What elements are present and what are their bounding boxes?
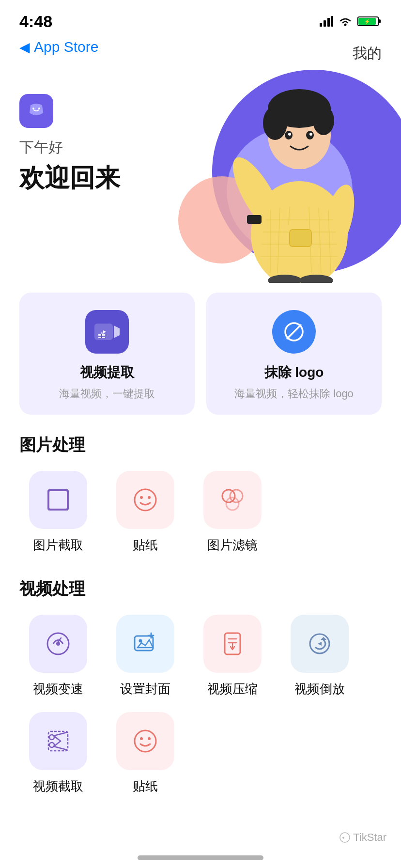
svg-rect-32 bbox=[247, 215, 262, 224]
grid-item-set-cover[interactable]: 设置封面 bbox=[107, 615, 184, 698]
set-cover-icon bbox=[116, 615, 174, 673]
battery-icon: ⚡ bbox=[357, 16, 382, 27]
svg-rect-6 bbox=[379, 19, 381, 23]
feature-card-video-extract[interactable]: 视频提取 海量视频，一键提取 bbox=[19, 293, 195, 415]
video-reverse-label: 视频倒放 bbox=[294, 681, 345, 698]
video-sticker-icon bbox=[116, 712, 174, 770]
svg-point-80 bbox=[140, 737, 143, 740]
image-crop-icon bbox=[29, 471, 87, 529]
video-speed-icon bbox=[29, 615, 87, 673]
wifi-icon bbox=[338, 16, 353, 27]
set-cover-label: 设置封面 bbox=[120, 681, 170, 698]
signal-icon bbox=[320, 16, 333, 27]
grid-item-image-crop[interactable]: 图片截取 bbox=[19, 471, 97, 554]
feature-cards: 视频提取 海量视频，一键提取 抹除 logo 海量视频，轻松抹除 logo bbox=[0, 293, 401, 434]
svg-point-81 bbox=[148, 737, 151, 740]
home-indicator bbox=[138, 855, 263, 860]
video-reverse-icon bbox=[291, 615, 349, 673]
grid-item-video-reverse[interactable]: 视频倒放 bbox=[281, 615, 358, 698]
feature-card-remove-logo[interactable]: 抹除 logo 海量视频，轻松抹除 logo bbox=[206, 293, 382, 415]
svg-marker-38 bbox=[114, 326, 120, 338]
feature-card-remove-logo-subtitle: 海量视频，轻松抹除 logo bbox=[234, 387, 354, 401]
video-sticker-label: 贴纸 bbox=[133, 778, 158, 795]
image-grid-row: 图片截取 贴纸 图片滤镜 bbox=[19, 471, 382, 554]
greeting-sub: 下午好 bbox=[19, 138, 382, 157]
status-bar: 4:48 ⚡ bbox=[0, 0, 401, 39]
tikstar-logo-icon: ✦ bbox=[339, 832, 350, 843]
back-nav[interactable]: ◀ App Store bbox=[0, 39, 401, 65]
sticker-icon bbox=[116, 471, 174, 529]
image-crop-label: 图片截取 bbox=[33, 537, 83, 554]
svg-rect-0 bbox=[320, 23, 322, 27]
grid-item-image-filter[interactable]: 图片滤镜 bbox=[194, 471, 271, 554]
hero-text: 下午好 欢迎回来 bbox=[19, 65, 382, 195]
feature-card-video-extract-subtitle: 海量视频，一键提取 bbox=[59, 387, 155, 401]
image-section-title: 图片处理 bbox=[0, 434, 401, 471]
remove-logo-icon bbox=[272, 310, 316, 354]
svg-point-52 bbox=[135, 489, 156, 511]
back-label[interactable]: App Store bbox=[34, 39, 98, 55]
video-extract-icon bbox=[85, 310, 129, 354]
feature-card-remove-logo-title: 抹除 logo bbox=[264, 363, 324, 382]
svg-rect-43 bbox=[48, 490, 68, 510]
svg-rect-1 bbox=[324, 20, 326, 27]
grid-item-video-crop[interactable]: 视频截取 bbox=[19, 712, 97, 795]
video-grid: 视频变速 设置封面 bbox=[0, 615, 401, 819]
svg-point-62 bbox=[139, 639, 142, 643]
svg-rect-2 bbox=[327, 18, 330, 27]
grid-item-video-sticker[interactable]: 贴纸 bbox=[107, 712, 184, 795]
svg-marker-71 bbox=[318, 642, 322, 646]
svg-point-36 bbox=[38, 108, 40, 109]
my-button[interactable]: 我的 bbox=[353, 44, 382, 63]
video-crop-icon bbox=[29, 712, 87, 770]
greeting-icon bbox=[19, 94, 53, 128]
svg-point-57 bbox=[226, 497, 239, 510]
video-speed-label: 视频变速 bbox=[33, 681, 83, 698]
status-icons: ⚡ bbox=[320, 16, 382, 27]
feature-card-video-extract-title: 视频提取 bbox=[80, 363, 134, 382]
sticker-label: 贴纸 bbox=[133, 537, 158, 554]
svg-rect-42 bbox=[48, 490, 68, 510]
watermark-text: TikStar bbox=[353, 831, 386, 844]
hero-section: 下午好 欢迎回来 bbox=[0, 65, 401, 288]
svg-line-75 bbox=[54, 732, 67, 736]
back-arrow-icon: ◀ bbox=[19, 39, 30, 55]
video-compress-label: 视频压缩 bbox=[207, 681, 258, 698]
watermark: ✦ TikStar bbox=[339, 831, 386, 844]
video-grid-row-2: 视频截取 贴纸 bbox=[19, 712, 382, 795]
video-section-title: 视频处理 bbox=[0, 578, 401, 615]
grid-item-video-speed[interactable]: 视频变速 bbox=[19, 615, 97, 698]
greeting-main: 欢迎回来 bbox=[19, 161, 382, 195]
svg-line-77 bbox=[54, 736, 61, 741]
video-grid-row-1: 视频变速 设置封面 bbox=[19, 615, 382, 698]
svg-text:✦: ✦ bbox=[341, 836, 345, 840]
svg-point-55 bbox=[222, 490, 235, 502]
svg-marker-70 bbox=[321, 637, 326, 640]
video-compress-icon bbox=[203, 615, 262, 673]
status-time: 4:48 bbox=[19, 12, 52, 31]
svg-point-56 bbox=[230, 490, 243, 502]
svg-line-76 bbox=[54, 746, 67, 750]
svg-text:⚡: ⚡ bbox=[364, 18, 370, 25]
svg-point-35 bbox=[32, 108, 34, 109]
svg-point-53 bbox=[140, 496, 143, 499]
image-grid: 图片截取 贴纸 图片滤镜 bbox=[0, 471, 401, 578]
svg-line-78 bbox=[54, 741, 61, 746]
image-filter-label: 图片滤镜 bbox=[207, 537, 258, 554]
video-crop-label: 视频截取 bbox=[33, 778, 83, 795]
svg-rect-3 bbox=[331, 16, 333, 27]
grid-item-sticker[interactable]: 贴纸 bbox=[107, 471, 184, 554]
image-filter-icon bbox=[203, 471, 262, 529]
svg-point-79 bbox=[135, 730, 156, 752]
svg-point-4 bbox=[344, 24, 347, 26]
svg-point-54 bbox=[148, 496, 151, 499]
grid-item-video-compress[interactable]: 视频压缩 bbox=[194, 615, 271, 698]
